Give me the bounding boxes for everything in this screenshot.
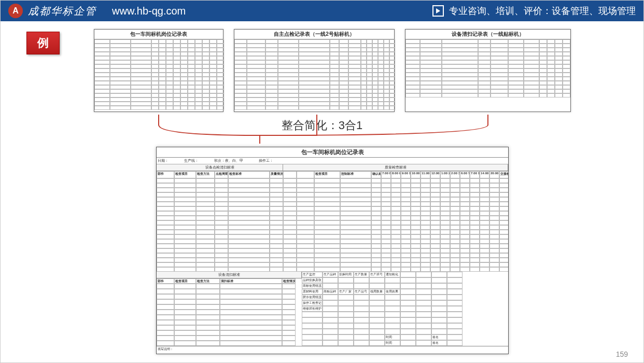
section-left-header: 设备点检清扫标准	[157, 164, 283, 171]
field-line: 生产线：	[184, 158, 199, 163]
site-url: www.hb-qg.com	[112, 5, 186, 17]
source-table-2: 自主点检记录表（一线2号贴标机）	[234, 29, 395, 112]
logo-icon: A	[8, 4, 23, 18]
merge-label: 整合简化：3合1	[1, 118, 643, 133]
combined-section-headers: 设备点检清扫标准 质量检查标准	[157, 164, 508, 171]
field-operator: 操作工：	[259, 158, 273, 163]
source-table-3-title: 设备清扫记录表（一线贴标机）	[405, 30, 570, 39]
source-table-1-title: 包一车间标机岗位记录表	[94, 30, 223, 39]
combined-table-title: 包一车间标机岗位记录表	[157, 147, 508, 158]
app-header: A 成都华标企管 www.hb-qg.com 专业咨询、培训、评价：设备管理、现…	[1, 1, 643, 21]
source-tables-row: 包一车间标机岗位记录表 自主点检记录表（一线2号贴标机） 设备清扫记录表（一线贴…	[94, 29, 571, 112]
header-right-text: 专业咨询、培训、评价：设备管理、现场管理	[449, 5, 636, 17]
combined-lower: 设备清扫标准 部件检查项目检查方法清扫标准检查情况 生产监控生产品种切换时间生产…	[157, 272, 508, 346]
source-table-2-title: 自主点检记录表（一线2号贴标机）	[234, 30, 394, 39]
play-icon	[432, 5, 444, 17]
lower-left-header: 设备清扫标准	[157, 272, 302, 278]
header-right: 专业咨询、培训、评价：设备管理、现场管理	[432, 5, 636, 17]
example-badge: 例	[26, 32, 60, 54]
field-shift: 班次：夜、白、甲	[214, 158, 243, 163]
combined-body	[157, 178, 508, 272]
combined-footnote: 填写说明：	[157, 346, 508, 352]
source-table-1: 包一车间标机岗位记录表	[94, 29, 223, 112]
combined-lower-right: 生产监控生产品种切换时间生产数量生产班号通知检化验时间品种切换及取样记录商标使用…	[302, 272, 508, 346]
source-table-3: 设备清扫记录表（一线贴标机）	[405, 29, 571, 112]
section-right-header: 质量检查标准	[283, 164, 508, 171]
field-date: 日期：	[158, 158, 169, 163]
combined-table-subrow: 日期： 生产线： 班次：夜、白、甲 操作工：	[157, 158, 508, 164]
company-name: 成都华标企管	[28, 4, 96, 18]
combined-column-headers: 部件检查项目检查方法点检周期检查标准质量情况检查项目控制标准确认标记7:00 8…	[157, 171, 508, 178]
combined-lower-left: 设备清扫标准 部件检查项目检查方法清扫标准检查情况	[157, 272, 302, 346]
combined-table: 包一车间标机岗位记录表 日期： 生产线： 班次：夜、白、甲 操作工： 设备点检清…	[156, 147, 509, 354]
page-number: 159	[616, 350, 628, 358]
